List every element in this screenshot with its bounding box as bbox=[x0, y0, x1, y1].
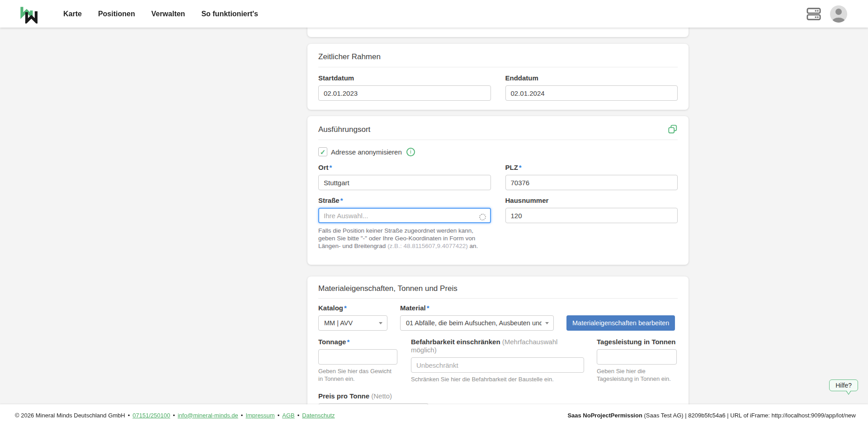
tonnage-input[interactable] bbox=[318, 349, 397, 365]
tagesleistung-field-group: Tagesleistung in Tonnen Geben Sie hier d… bbox=[597, 338, 677, 383]
footer-environment-info: Saas NoProjectPermission (Saas Test AG) … bbox=[567, 412, 856, 419]
card-title-ausfuehrungsort: Ausführungsort bbox=[318, 125, 370, 134]
enddatum-label: Enddatum bbox=[505, 74, 678, 82]
info-icon[interactable]: i bbox=[406, 148, 415, 156]
card-title-zeitlicher-rahmen: Zeitlicher Rahmen bbox=[318, 52, 678, 61]
divider bbox=[318, 298, 678, 299]
card-title-materialeigenschaften: Materialeigenschaften, Tonnen und Preis bbox=[318, 284, 678, 293]
footer-separator: • bbox=[128, 412, 130, 419]
strasse-field-group: Straße* Falls die Position keiner Straße… bbox=[318, 197, 491, 250]
divider bbox=[318, 67, 678, 67]
footer-link-datenschutz[interactable]: Datenschutz bbox=[302, 412, 335, 419]
ort-input[interactable] bbox=[318, 175, 491, 190]
tonnage-label: Tonnage bbox=[318, 338, 346, 346]
required-asterisk: * bbox=[347, 338, 349, 346]
strasse-label: Straße bbox=[318, 197, 340, 204]
divider bbox=[318, 140, 678, 140]
required-asterisk: * bbox=[340, 197, 343, 204]
tonnage-helper-text: Geben Sie hier das Gewicht in Tonnen ein… bbox=[318, 367, 397, 383]
footer-copyright: © 2026 Mineral Minds Deutschland GmbH bbox=[15, 412, 125, 419]
plz-field-group: PLZ* bbox=[505, 164, 678, 190]
footer-separator: • bbox=[278, 412, 280, 419]
katalog-field-group: Katalog* MM | AVV bbox=[318, 304, 387, 331]
startdatum-field-group: Startdatum bbox=[318, 74, 491, 101]
edit-material-properties-button[interactable]: Materialeigenschaften bearbeiten bbox=[566, 315, 675, 331]
mineral-minds-logo[interactable] bbox=[20, 5, 39, 23]
card-materialeigenschaften: Materialeigenschaften, Tonnen und Preis … bbox=[307, 276, 689, 426]
startdatum-input[interactable] bbox=[318, 85, 491, 101]
footer: © 2026 Mineral Minds Deutschland GmbH • … bbox=[0, 404, 868, 426]
startdatum-label: Startdatum bbox=[318, 74, 491, 82]
enddatum-input[interactable] bbox=[505, 85, 678, 101]
anonymize-label: Adresse anonymisieren bbox=[331, 148, 402, 156]
copy-icon[interactable] bbox=[668, 124, 678, 134]
footer-saas-details: (Saas Test AG) | 8209b5fc54a6 | URL of i… bbox=[642, 412, 856, 419]
strasse-helper-text: Falls die Position keiner Straße zugeord… bbox=[318, 227, 491, 250]
chevron-down-icon bbox=[379, 322, 382, 324]
card-ausfuehrungsort: Ausführungsort ✓ Adresse anonymisieren i… bbox=[307, 116, 689, 265]
avatar-body bbox=[832, 18, 845, 23]
footer-link-impressum[interactable]: Impressum bbox=[245, 412, 274, 419]
preis-sublabel: (Netto) bbox=[371, 392, 392, 400]
tagesleistung-label: Tagesleistung in Tonnen bbox=[597, 338, 677, 346]
check-icon: ✓ bbox=[320, 149, 326, 155]
loading-spinner-icon bbox=[479, 214, 486, 220]
tagesleistung-helper-text: Geben Sie hier die Tagesleistung in Tonn… bbox=[597, 367, 677, 383]
nav-item-so-funktionierts[interactable]: So funktioniert's bbox=[201, 10, 258, 18]
server-stack-icon[interactable] bbox=[807, 7, 821, 21]
preis-label: Preis pro Tonne bbox=[318, 392, 369, 400]
required-asterisk: * bbox=[330, 164, 332, 171]
card-zeitlicher-rahmen: Zeitlicher Rahmen Startdatum Enddatum bbox=[307, 44, 689, 110]
enddatum-field-group: Enddatum bbox=[505, 74, 678, 101]
help-button[interactable]: Hilfe? bbox=[829, 379, 858, 391]
material-label: Material bbox=[400, 304, 426, 312]
material-select[interactable]: 01 Abfälle, die beim Aufsuchen, Ausbeute… bbox=[400, 315, 554, 331]
footer-separator: • bbox=[241, 412, 243, 419]
footer-separator: • bbox=[173, 412, 175, 419]
hausnummer-input[interactable] bbox=[505, 208, 678, 223]
tagesleistung-input[interactable] bbox=[597, 349, 677, 365]
user-avatar[interactable] bbox=[830, 5, 847, 23]
ort-label: Ort bbox=[318, 164, 329, 171]
top-navbar: Karte Positionen Verwalten So funktionie… bbox=[0, 0, 868, 28]
navbar-icons bbox=[807, 5, 847, 23]
anonymize-checkbox[interactable]: ✓ bbox=[318, 147, 327, 156]
befahrbarkeit-input[interactable] bbox=[411, 357, 584, 373]
plz-input[interactable] bbox=[505, 175, 678, 190]
ort-field-group: Ort* bbox=[318, 164, 491, 190]
nav-item-karte[interactable]: Karte bbox=[63, 10, 82, 18]
nav-item-positionen[interactable]: Positionen bbox=[98, 10, 135, 18]
footer-saas-permission: Saas NoProjectPermission bbox=[567, 412, 642, 419]
hausnummer-label: Hausnummer bbox=[505, 197, 678, 205]
chevron-down-icon bbox=[545, 322, 549, 324]
required-asterisk: * bbox=[519, 164, 522, 171]
befahrbarkeit-field-group: Befahrbarkeit einschränken (Mehrfachausw… bbox=[411, 338, 584, 383]
avatar-head bbox=[835, 9, 842, 15]
footer-separator: • bbox=[297, 412, 300, 419]
required-asterisk: * bbox=[344, 304, 347, 312]
footer-link-agb[interactable]: AGB bbox=[282, 412, 294, 419]
tonnage-field-group: Tonnage* Geben Sie hier das Gewicht in T… bbox=[318, 338, 397, 383]
nav-links: Karte Positionen Verwalten So funktionie… bbox=[63, 10, 258, 18]
material-field-group: Material* 01 Abfälle, die beim Aufsuchen… bbox=[400, 304, 554, 331]
footer-link-phone[interactable]: 07151/250100 bbox=[132, 412, 170, 419]
footer-link-email[interactable]: info@mineral-minds.de bbox=[178, 412, 238, 419]
plz-label: PLZ bbox=[505, 164, 518, 171]
katalog-select[interactable]: MM | AVV bbox=[318, 315, 387, 331]
katalog-label: Katalog bbox=[318, 304, 343, 312]
geo-example-text: (z.B.: 48.8115607,9.4077422) bbox=[386, 243, 467, 249]
befahrbarkeit-label: Befahrbarkeit einschränken bbox=[411, 338, 500, 346]
hausnummer-field-group: Hausnummer bbox=[505, 197, 678, 250]
befahrbarkeit-helper-text: Schränken Sie hier die Befahrbarkeit der… bbox=[411, 375, 584, 383]
footer-left: © 2026 Mineral Minds Deutschland GmbH • … bbox=[15, 412, 335, 419]
required-asterisk: * bbox=[427, 304, 429, 312]
nav-item-verwalten[interactable]: Verwalten bbox=[151, 10, 185, 18]
strasse-input[interactable] bbox=[318, 208, 491, 223]
